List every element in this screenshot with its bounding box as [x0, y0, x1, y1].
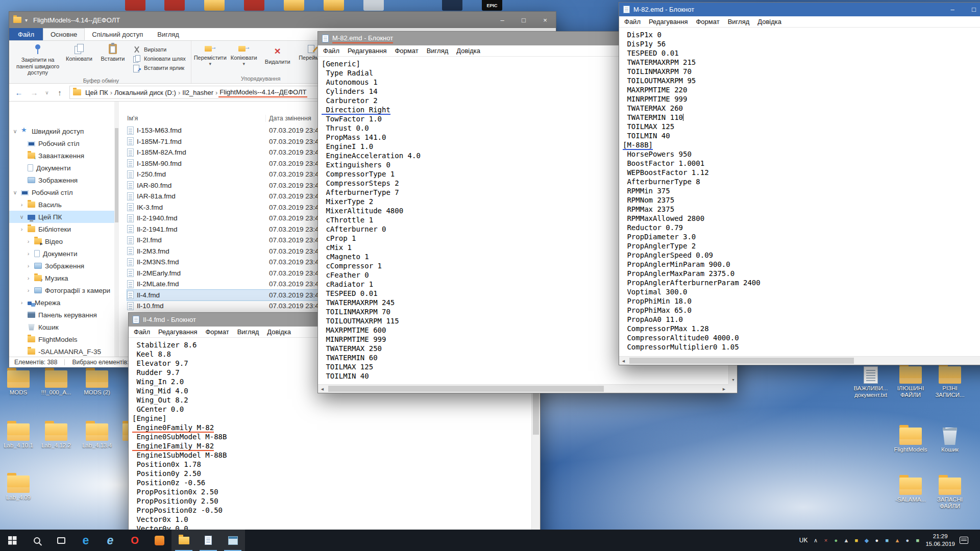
sidebar-item[interactable]: ›Документи	[9, 247, 114, 260]
sidebar-item[interactable]: ∨Швидкий доступ	[9, 125, 114, 137]
desktop-icon-partial[interactable]	[363, 0, 384, 11]
scroll-down-icon[interactable]: ▼	[729, 375, 737, 384]
sidebar-item[interactable]: Документи	[9, 162, 114, 174]
tray-icon[interactable]: ●	[873, 537, 880, 543]
scroll-left-icon[interactable]: ◀	[318, 385, 327, 393]
app-green-button[interactable]	[220, 530, 245, 551]
desktop-icon-partial[interactable]	[244, 0, 264, 11]
cut-button[interactable]: Вирізати	[133, 46, 186, 53]
menu-item[interactable]: Редагування	[344, 47, 391, 55]
copy-path-button[interactable]: Копіювати шлях	[133, 55, 186, 62]
chevron-icon[interactable]: ›	[26, 238, 31, 244]
chevron-icon[interactable]: ∨	[19, 214, 24, 220]
menu-item[interactable]: Файл	[319, 47, 344, 55]
desktop-icon[interactable]: Lab_4.13.4	[78, 423, 116, 449]
up-button[interactable]: ↑	[54, 88, 65, 97]
desktop-icon-partial[interactable]	[442, 0, 462, 11]
pin-to-quick-access-button[interactable]: Закріпити на панелі швидкого доступу	[13, 42, 62, 77]
sidebar-item[interactable]: FlightModels	[9, 333, 114, 345]
menu-item[interactable]: Редагування	[645, 18, 692, 26]
desktop-icon-partial[interactable]	[125, 0, 145, 11]
chevron-icon[interactable]: ›	[19, 299, 24, 306]
tray-icon[interactable]: ■	[914, 537, 921, 543]
chevron-icon[interactable]: ›	[26, 287, 31, 293]
sidebar-item[interactable]: -SALAMANRA_F-35	[9, 345, 114, 357]
opera-button[interactable]: O	[122, 530, 147, 551]
desktop-icon-partial[interactable]	[164, 0, 185, 11]
forward-button[interactable]: →	[29, 88, 40, 97]
scrollbar-thumb[interactable]	[629, 358, 854, 364]
sidebar-item[interactable]: ›Музика	[9, 272, 114, 284]
minimize-button[interactable]: –	[492, 12, 513, 28]
explorer-titlebar[interactable]: ▾ FlightModels--4.14--ДЕФОЛТ – □ ×	[9, 12, 556, 28]
tray-icon[interactable]: ×	[822, 537, 829, 543]
scroll-right-icon[interactable]: ▶	[720, 385, 728, 393]
sidebar-item[interactable]: Завантаження	[9, 149, 114, 162]
copy-button[interactable]: Копіювати	[62, 42, 96, 63]
chevron-icon[interactable]: ›	[26, 251, 31, 257]
action-center-icon[interactable]	[960, 537, 968, 544]
desktop-icon-partial[interactable]	[324, 0, 344, 11]
desktop-icon[interactable]: Lab_4.12.2	[37, 423, 76, 449]
tray-icon[interactable]: ◆	[863, 537, 870, 544]
chevron-icon[interactable]: ∨	[12, 189, 18, 196]
sidebar-item[interactable]: ›Бібліотеки	[9, 223, 114, 235]
desktop-icon[interactable]: MODS (2)	[78, 370, 116, 396]
minimize-button[interactable]: –	[942, 3, 963, 16]
search-button[interactable]	[24, 530, 49, 551]
chevron-icon[interactable]: ›	[26, 263, 31, 269]
menu-item[interactable]: Формат	[390, 47, 422, 55]
file-explorer-button[interactable]	[172, 530, 196, 551]
breadcrumb-item[interactable]: Цей ПК	[84, 88, 109, 97]
desktop-icon[interactable]: ВАЖЛИВИ... документ.txt	[851, 366, 890, 398]
desktop-icon[interactable]: Lab_4.10.1	[0, 423, 38, 449]
horizontal-scrollbar[interactable]: ◀ ▶	[619, 356, 980, 365]
move-to-button[interactable]: Перемістити ▾	[193, 42, 227, 67]
start-button[interactable]	[0, 530, 24, 551]
desktop-icon[interactable]: !!!_000_A...	[37, 370, 76, 396]
close-button[interactable]: ×	[534, 12, 556, 28]
tray-icon[interactable]: ●	[832, 537, 839, 543]
copy-to-button[interactable]: Копіювати ▾	[227, 42, 261, 67]
column-header-name[interactable]: Ім'я	[127, 115, 266, 122]
sidebar-item[interactable]: ∨Цей ПК	[9, 211, 114, 223]
scroll-left-icon[interactable]: ◀	[619, 357, 628, 365]
notepad-text-area[interactable]: DisP1x 0 DisP1y 56 TESPEED 0.01 TWATERMA…	[619, 28, 980, 365]
desktop-icon[interactable]: ЗАПАСНІ ФАЙЛИ	[930, 478, 969, 510]
tray-icon[interactable]: ■	[853, 537, 860, 543]
recent-locations-button[interactable]: ∨	[44, 90, 50, 95]
internet-explorer-button[interactable]: e	[98, 530, 122, 551]
sidebar-item[interactable]: Робочий стіл	[9, 137, 114, 149]
maximize-button[interactable]: □	[963, 3, 980, 16]
file-menu-button[interactable]: Файл	[9, 28, 43, 40]
menu-item[interactable]: Формат	[201, 328, 233, 336]
tray-icon[interactable]: ▲	[843, 537, 849, 543]
chevron-icon[interactable]: ›	[26, 275, 31, 281]
tray-icon[interactable]: ■	[884, 537, 890, 543]
desktop-icon[interactable]: РІЗНІ ЗАПИСИ...	[930, 366, 969, 398]
sidebar-scrollbar[interactable]	[114, 102, 119, 357]
ribbon-tab[interactable]: Спільний доступ	[85, 28, 150, 40]
breadcrumb-item[interactable]: Локальний диск (D:)	[113, 88, 177, 97]
tray-icon[interactable]: ∧	[812, 537, 819, 544]
chevron-icon[interactable]: ›	[19, 226, 24, 232]
desktop-icon[interactable]: MODS	[0, 370, 38, 396]
desktop-icon[interactable]: ІЛЮШИНІ ФАЙЛИ	[891, 366, 930, 398]
quick-access-caret-icon[interactable]: ▾	[25, 17, 28, 23]
breadcrumb-item[interactable]: FlightModels--4.14--ДЕФОЛТ	[218, 88, 307, 97]
menu-item[interactable]: Довідка	[753, 18, 786, 26]
desktop-icon[interactable]: FlightModels	[891, 428, 930, 453]
horizontal-scrollbar[interactable]: ◀ ▶	[318, 384, 728, 393]
menu-item[interactable]: Вигляд	[233, 328, 263, 336]
sidebar-item[interactable]: ›Василь	[9, 198, 114, 211]
sidebar-item[interactable]: ›Мережа	[9, 296, 114, 309]
scrollbar-thumb[interactable]	[115, 128, 118, 222]
breadcrumb-item[interactable]: Il2_hasher	[181, 88, 214, 97]
sidebar-item[interactable]: Зображення	[9, 174, 114, 186]
paste-shortcut-button[interactable]: Вставити ярлик	[133, 64, 186, 71]
sidebar-item[interactable]: ∨Робочий стіл	[9, 186, 114, 198]
tray-icon[interactable]: ●	[904, 537, 911, 543]
notepad-titlebar[interactable]: M-82.emd - Блокнот – □ ×	[619, 3, 980, 16]
menu-item[interactable]: Довідка	[452, 47, 484, 55]
desktop-icon[interactable]: Lab_4.09	[0, 475, 38, 501]
